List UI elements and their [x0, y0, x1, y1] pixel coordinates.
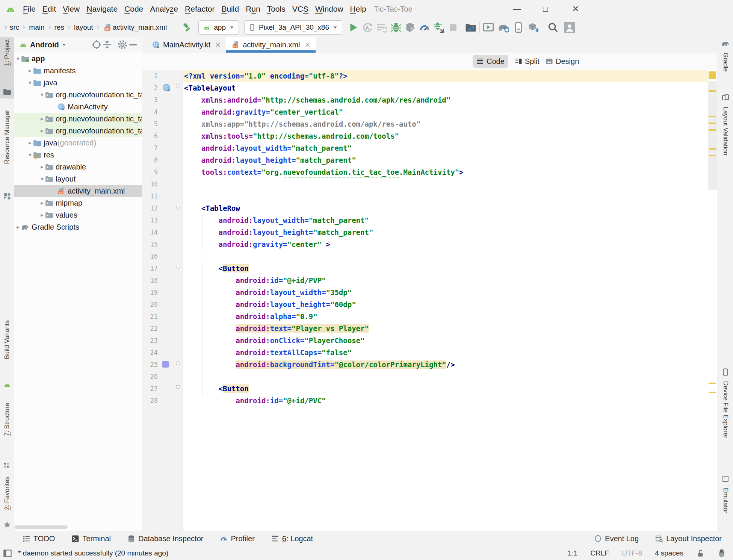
status-item-utf-8[interactable]: UTF-8 — [622, 549, 642, 557]
apply-code-changes-button[interactable] — [376, 22, 387, 33]
menu-help[interactable]: Help — [347, 5, 370, 14]
expand-arrow-closed-icon[interactable]: ▸ — [39, 212, 45, 218]
sidebar-item-emulator[interactable]: Emulator — [717, 488, 733, 513]
fold-region-icon[interactable] — [175, 204, 181, 210]
gear-icon[interactable] — [117, 39, 128, 50]
device-select[interactable]: Pixel_3a_API_30_x86 — [244, 20, 342, 35]
sidebar-item-2-favorites[interactable]: 2: Favorites — [0, 477, 14, 510]
mode-design-button[interactable]: Design — [542, 55, 583, 68]
sidebar-item-resource-manager[interactable]: Resource Manager — [0, 110, 14, 164]
expand-arrow-closed-icon[interactable]: ▸ — [27, 67, 33, 74]
collapse-all-icon[interactable] — [102, 39, 112, 50]
menu-window[interactable]: Window — [312, 5, 347, 14]
tree-item-org-nuevofoundation-tic-ta[interactable]: ▸org.nuevofoundation.tic_ta — [14, 113, 142, 125]
warning-mark[interactable] — [709, 90, 716, 92]
stop-button[interactable] — [447, 22, 459, 33]
breadcrumb-file[interactable]: activity_main.xml — [113, 23, 167, 32]
menu-file[interactable]: File — [20, 5, 39, 14]
toolwindow-button-database-inspector[interactable]: Database Inspector — [127, 534, 203, 543]
warning-mark[interactable] — [709, 129, 716, 131]
locate-file-icon[interactable] — [91, 39, 102, 50]
expand-arrow-closed-icon[interactable]: ▸ — [39, 200, 45, 206]
tree-item-values[interactable]: ▸values — [14, 209, 142, 221]
expand-arrow-open-icon[interactable]: ▾ — [15, 55, 21, 62]
horizontal-scrollbar[interactable] — [14, 525, 68, 529]
warning-mark[interactable] — [709, 123, 716, 124]
tree-item-layout[interactable]: ▾layout — [14, 173, 142, 185]
tab-mainactivity-kt[interactable]: CMainActivity.kt✕ — [147, 37, 226, 53]
sidebar-item-gradle[interactable]: Gradle — [717, 53, 733, 72]
expand-arrow-open-icon[interactable]: ▾ — [39, 176, 45, 182]
status-item-4-spaces[interactable]: 4 spaces — [655, 549, 683, 557]
menu-edit[interactable]: Edit — [39, 5, 59, 14]
menu-tools[interactable]: Tools — [264, 5, 289, 14]
hide-panel-icon[interactable] — [128, 39, 138, 50]
mode-code-button[interactable]: Code — [473, 55, 508, 68]
profile-button[interactable] — [419, 22, 430, 33]
fold-region-icon[interactable] — [175, 264, 181, 270]
gradle-sync-button[interactable] — [498, 22, 509, 33]
breadcrumb-main[interactable]: main — [29, 23, 44, 32]
running-devices-button[interactable] — [483, 22, 494, 33]
sidebar-item-1-project[interactable]: 1: Project — [0, 39, 14, 66]
breadcrumb-src[interactable]: src — [10, 23, 19, 32]
close-icon[interactable]: ✕ — [215, 41, 221, 49]
run-configuration-select[interactable]: app — [198, 20, 239, 35]
apply-changes-button[interactable]: A — [362, 22, 373, 33]
profile-low-overhead-button[interactable] — [433, 22, 444, 33]
sdk-manager-button[interactable] — [528, 22, 539, 33]
minimize-button[interactable]: — — [506, 0, 528, 18]
project-structure-button[interactable] — [465, 22, 476, 33]
warning-mark[interactable] — [709, 392, 716, 393]
run-button[interactable] — [348, 22, 359, 33]
tool-window-toggle-icon[interactable] — [3, 549, 12, 558]
close-button[interactable]: ✕ — [564, 0, 587, 18]
fold-region-icon[interactable] — [175, 384, 181, 390]
menu-code[interactable]: Code — [121, 5, 147, 14]
warning-mark[interactable] — [709, 148, 716, 150]
menu-vcs[interactable]: VCS — [289, 5, 312, 14]
expand-arrow-closed-icon[interactable]: ▸ — [15, 224, 21, 230]
warning-mark[interactable] — [709, 155, 716, 156]
project-view-selector[interactable]: Android — [30, 41, 59, 49]
status-item-crlf[interactable]: CRLF — [591, 549, 609, 557]
tree-item-java[interactable]: ▾java — [14, 77, 142, 89]
tree-item-java[interactable]: ▸java (generated) — [14, 137, 142, 149]
toolwindow-button-event-log[interactable]: Event Log — [594, 534, 639, 543]
attach-debugger-button[interactable] — [405, 22, 416, 33]
chevron-down-icon[interactable] — [61, 42, 67, 48]
sidebar-item-build-variants[interactable]: Build Variants — [0, 320, 14, 359]
fold-region-icon[interactable] — [175, 83, 181, 89]
close-icon[interactable]: ✕ — [305, 41, 311, 49]
color-preview-swatch[interactable] — [162, 361, 169, 368]
tree-item-mainactivity[interactable]: CMainActivity — [14, 101, 142, 113]
tree-item-drawable[interactable]: ▸drawable — [14, 161, 142, 173]
menu-build[interactable]: Build — [218, 5, 242, 14]
code-editor[interactable]: 1<?xml version="1.0" encoding="utf-8"?>2… — [142, 70, 717, 531]
expand-arrow-open-icon[interactable]: ▾ — [27, 151, 33, 158]
build-hammer-icon[interactable] — [182, 22, 192, 33]
related-kotlin-file-icon[interactable]: C — [162, 83, 171, 92]
menu-navigate[interactable]: Navigate — [83, 5, 121, 14]
breadcrumb-res[interactable]: res — [54, 23, 64, 32]
warning-mark[interactable] — [709, 383, 716, 384]
device-manager-button[interactable] — [513, 22, 524, 33]
tree-item-app[interactable]: ▾app — [14, 53, 142, 65]
expand-arrow-open-icon[interactable]: ▾ — [27, 79, 33, 86]
lock-open-icon[interactable] — [696, 549, 704, 557]
toolwindow-button-layout-inspector[interactable]: Layout Inspector — [655, 534, 722, 543]
menu-refactor[interactable]: Refactor — [181, 5, 218, 14]
maximize-button[interactable]: □ — [534, 0, 557, 18]
tree-item-org-nuevofoundation-tic-ta[interactable]: ▸org.nuevofoundation.tic_ta — [14, 125, 142, 137]
tree-item-mipmap[interactable]: ▸mipmap — [14, 197, 142, 209]
expand-arrow-closed-icon[interactable]: ▸ — [39, 115, 45, 122]
menu-run[interactable]: Run — [242, 5, 264, 14]
toolwindow-button-terminal[interactable]: Terminal — [71, 534, 111, 543]
notification-face-icon[interactable] — [717, 549, 726, 558]
tree-item-res[interactable]: ▾res — [14, 149, 142, 161]
search-everywhere-button[interactable] — [547, 22, 559, 33]
menu-view[interactable]: View — [59, 5, 83, 14]
scrollbar-thumb[interactable] — [708, 81, 717, 190]
inspection-indicator[interactable] — [709, 71, 716, 79]
expand-arrow-closed-icon[interactable]: ▸ — [39, 163, 45, 170]
